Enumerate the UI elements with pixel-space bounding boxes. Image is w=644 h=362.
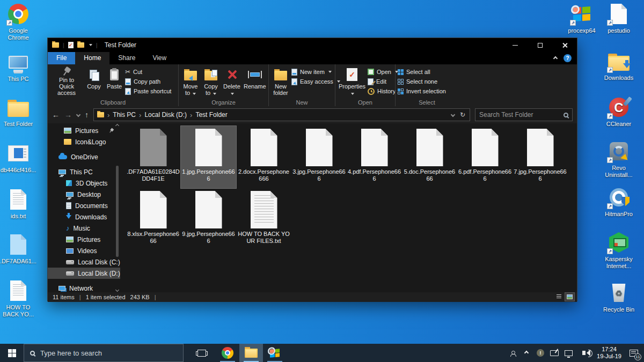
cut-button[interactable]: ✂ Cut — [125, 68, 171, 76]
large-icons-view-button[interactable] — [565, 293, 574, 301]
tab-view[interactable]: View — [144, 52, 175, 64]
file-item[interactable]: 2.docx.Persephone666 — [236, 126, 291, 188]
file-item[interactable]: 7.jpg.Persephone666 — [513, 126, 568, 188]
desktop-icon-recycle-bin[interactable]: ♻ Recycle Bin — [601, 281, 637, 313]
open-button[interactable]: Open — [368, 68, 398, 76]
tray-alert-button[interactable]: ! — [533, 344, 547, 362]
qat-customize-caret-icon[interactable] — [89, 44, 92, 46]
people-button[interactable] — [506, 344, 519, 362]
close-button[interactable] — [552, 38, 577, 52]
sidebar-item-3d-objects[interactable]: 3D Objects — [48, 178, 120, 189]
history-button[interactable]: History — [368, 87, 398, 95]
address-dropdown-caret-icon[interactable] — [451, 113, 455, 117]
move-to-button[interactable]: Move to — [181, 67, 200, 97]
invert-selection-button[interactable]: Invert selection — [398, 87, 446, 95]
tray-pen-button[interactable] — [547, 344, 561, 362]
copy-path-button[interactable]: Copy path — [125, 77, 171, 86]
action-center-button[interactable]: 11 — [626, 344, 642, 362]
tray-volume-button[interactable] — [575, 344, 592, 362]
sidebar-item-icon-logo[interactable]: Icon&Logo — [48, 136, 120, 147]
tray-network-button[interactable] — [561, 344, 575, 362]
sidebar-item-onedrive[interactable]: OneDrive — [48, 151, 120, 162]
file-item[interactable]: .DF7ADA61E0284DDD4F1E — [126, 126, 181, 188]
sidebar-item-music[interactable]: ♪ Music — [48, 223, 120, 234]
sidebar-item-desktop[interactable]: Desktop — [48, 189, 120, 200]
copy-to-button[interactable]: Copy to — [201, 67, 221, 97]
sidebar-item-pictures-quick[interactable]: Pictures — [48, 125, 120, 136]
desktop-icon-downloads[interactable]: ↗ Downloads — [601, 49, 637, 82]
title-bar[interactable]: | ✓ | Test Folder — [48, 38, 577, 52]
desktop-icon-hitmanpro[interactable]: ↗ HitmanPro — [601, 186, 637, 218]
refresh-icon[interactable]: ↻ — [460, 112, 465, 118]
taskbar-search-input[interactable] — [40, 349, 177, 357]
sidebar-item-downloads[interactable]: Downloads — [48, 211, 120, 223]
task-view-button[interactable] — [190, 344, 214, 362]
search-icon[interactable] — [564, 113, 568, 117]
desktop-icon-df7ada[interactable]: .DF7ADA61... — [0, 233, 36, 265]
file-item[interactable]: HOW TO BACK YOUR FILES.txt — [236, 188, 291, 250]
search-box[interactable] — [475, 108, 573, 121]
details-view-button[interactable] — [554, 293, 564, 301]
minimize-ribbon-icon[interactable] — [553, 56, 558, 60]
rename-button[interactable]: Rename — [243, 67, 267, 97]
tray-overflow-button[interactable] — [519, 344, 533, 362]
maximize-button[interactable] — [528, 38, 552, 52]
edit-button[interactable]: Edit — [368, 77, 398, 86]
scroll-up-icon[interactable] — [115, 124, 119, 128]
select-all-button[interactable]: Select all — [398, 68, 446, 76]
back-button[interactable]: ← — [52, 111, 60, 119]
new-item-button[interactable]: New item — [291, 68, 340, 76]
tab-home[interactable]: Home — [75, 52, 109, 64]
properties-button[interactable]: ✓ Properties — [338, 67, 367, 97]
desktop-icon-pestudio[interactable]: ↗ pestudio — [601, 2, 637, 34]
desktop-icon-revo[interactable]: ↗ Revo Uninstall... — [601, 139, 637, 179]
desktop-icon-test-folder[interactable]: Test Folder — [0, 95, 36, 128]
file-item[interactable]: 8.xlsx.Persephone666 — [126, 188, 181, 250]
address-bar[interactable]: › This PC › Local Disk (D:) › Test Folde… — [93, 108, 470, 121]
file-item[interactable]: 9.jpg.Persephone666 — [181, 188, 236, 250]
breadcrumb-this-pc[interactable]: This PC — [113, 111, 136, 119]
new-folder-button[interactable]: New folder — [271, 67, 290, 97]
sidebar-item-local-disk-d[interactable]: Local Disk (D:) — [48, 268, 120, 279]
desktop-icon-how-to-back[interactable]: HOW TO BACK YO... — [0, 279, 36, 318]
file-item[interactable]: 3.jpg.Persephone666 — [291, 126, 347, 188]
desktop-icon-ccleaner[interactable]: C ↗ CCleaner — [601, 95, 637, 128]
qat-properties-icon[interactable]: ✓ — [68, 42, 74, 48]
up-button[interactable]: ↑ — [85, 111, 89, 119]
scroll-down-icon[interactable] — [115, 288, 119, 292]
sidebar-item-pictures[interactable]: Pictures — [48, 234, 120, 245]
qat-new-folder-icon[interactable] — [77, 42, 84, 48]
file-item[interactable]: 4.pdf.Persephone666 — [347, 126, 402, 188]
sidebar-item-local-disk-c[interactable]: Local Disk (C:) — [48, 256, 120, 268]
desktop-icon-kaspersky[interactable]: ↗ Kaspersky Internet... — [601, 231, 637, 270]
paste-shortcut-button[interactable]: Paste shortcut — [125, 87, 171, 95]
file-item[interactable]: 5.doc.Persephone666 — [402, 126, 457, 188]
pin-to-quick-access-button[interactable]: Pin to Quick access — [50, 67, 83, 97]
scrollbar-thumb[interactable] — [116, 166, 119, 257]
delete-button[interactable]: Delete — [222, 67, 242, 97]
forward-button[interactable]: → — [64, 111, 72, 119]
taskbar-explorer-button[interactable] — [239, 344, 263, 362]
copy-button[interactable]: Copy — [84, 67, 104, 97]
sidebar-item-videos[interactable]: Videos — [48, 245, 120, 256]
file-item[interactable]: 6.pdf.Persephone666 — [457, 126, 513, 188]
start-button[interactable] — [0, 344, 24, 362]
recent-locations-caret-icon[interactable] — [76, 113, 80, 117]
taskbar-clock[interactable]: 17:24 19-Jul-19 — [592, 346, 626, 360]
desktop-icon-ids-txt[interactable]: ids.txt — [0, 188, 36, 220]
taskbar-procexp-button[interactable] — [263, 344, 287, 362]
desktop-icon-db446[interactable]: db446cf416... — [0, 142, 36, 174]
file-item-selected[interactable]: 1.jpg.Persephone666 — [181, 126, 236, 188]
taskbar-search-box[interactable] — [24, 344, 184, 362]
sidebar-item-this-pc[interactable]: This PC — [48, 166, 120, 178]
easy-access-button[interactable]: Easy access — [291, 77, 340, 86]
breadcrumb-test-folder[interactable]: Test Folder — [195, 111, 227, 119]
sidebar-item-documents[interactable]: Documents — [48, 200, 120, 211]
desktop-icon-procexp64[interactable]: ↗ procexp64 — [564, 2, 600, 34]
paste-button[interactable]: Paste — [105, 67, 124, 97]
search-input[interactable] — [479, 111, 560, 119]
tab-share[interactable]: Share — [109, 52, 144, 64]
desktop-icon-this-pc[interactable]: This PC — [0, 50, 36, 83]
minimize-button[interactable] — [503, 38, 528, 52]
desktop-icon-chrome[interactable]: ↗ Google Chrome — [0, 2, 36, 41]
